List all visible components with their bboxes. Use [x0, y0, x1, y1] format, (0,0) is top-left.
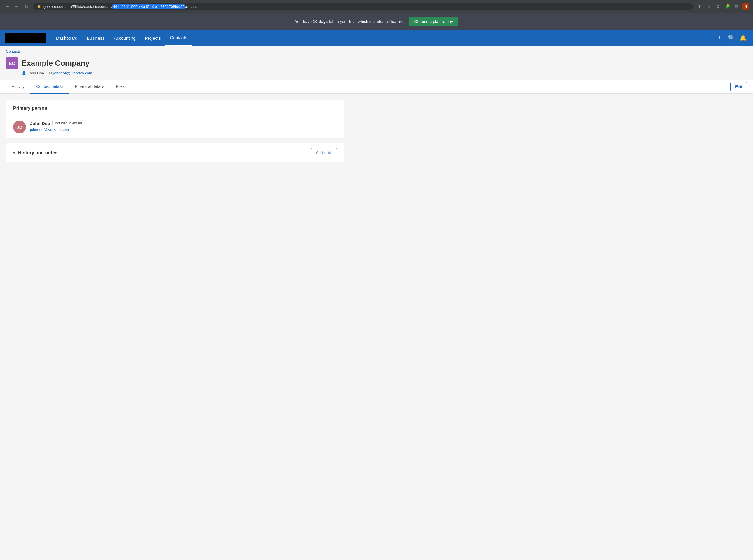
extensions-button[interactable]: 🧩	[723, 2, 731, 11]
primary-person-title: Primary person	[6, 100, 344, 116]
nav-item-contacts[interactable]: Contacts	[165, 31, 192, 45]
search-button[interactable]: 🔍	[726, 33, 737, 43]
share-button[interactable]: ⬆	[695, 2, 704, 11]
url-display: go.xero.com/app/!5lhdx/contacts/contact/…	[43, 4, 689, 9]
contact-person: 👤 John Doe	[22, 71, 44, 75]
url-suffix: /details	[185, 4, 197, 9]
bookmark-button[interactable]: ☆	[705, 2, 713, 11]
contact-header: EC Example Company 👤 John Doe ✉ johndoe@…	[0, 56, 753, 80]
address-bar[interactable]: 🔒 go.xero.com/app/!5lhdx/contacts/contac…	[33, 3, 693, 10]
contact-email-meta: ✉ johndoe@workato.com	[49, 71, 92, 75]
contact-name-row: EC Example Company	[6, 57, 747, 69]
notifications-button[interactable]: 🔔	[738, 33, 748, 43]
reload-button[interactable]: ↻	[22, 2, 30, 11]
edit-button[interactable]: Edit	[730, 82, 747, 92]
content-area: Primary person JD John Doe Included in e…	[0, 94, 350, 173]
breadcrumb-link[interactable]: Contacts	[6, 49, 21, 54]
tab-contact-details[interactable]: Contact details	[30, 80, 69, 94]
top-nav: Dashboard Business Accounting Projects C…	[0, 31, 753, 45]
history-card: ▾ History and notes Add note	[6, 143, 344, 162]
nav-item-projects[interactable]: Projects	[140, 31, 165, 45]
logo	[5, 33, 45, 43]
person-row: JD John Doe Included in emails johndoe@w…	[6, 116, 344, 138]
back-button[interactable]: ←	[3, 2, 12, 11]
trial-banner: You have 10 days left in your trial, whi…	[0, 13, 753, 31]
forward-button[interactable]: →	[13, 2, 21, 11]
contact-person-name: John Doe	[28, 71, 44, 75]
trial-days: 10 days	[313, 19, 328, 24]
browser-nav-buttons: ← → ↻	[3, 2, 30, 11]
email-badge: Included in emails	[52, 121, 84, 126]
nav-item-business[interactable]: Business	[82, 31, 109, 45]
chevron-down-icon: ▾	[13, 151, 15, 155]
settings-button[interactable]: ⚙	[714, 2, 722, 11]
split-button[interactable]: ⧉	[733, 2, 741, 11]
tabs: Activity Contact details Financial detai…	[0, 80, 753, 94]
history-left: ▾ History and notes	[13, 150, 58, 155]
nav-actions: + 🔍 🔔	[714, 33, 748, 43]
url-highlighted: 46145141-500e-4a15-b2e1-2752708fdd52	[113, 4, 185, 9]
person-name-row: John Doe Included in emails	[30, 121, 84, 126]
person-avatar: JD	[13, 121, 26, 134]
nav-item-accounting[interactable]: Accounting	[109, 31, 140, 45]
person-email-link[interactable]: johndoe@workato.com	[30, 127, 69, 132]
browser-chrome: ← → ↻ 🔒 go.xero.com/app/!5lhdx/contacts/…	[0, 0, 753, 13]
tab-financial-details[interactable]: Financial details	[69, 80, 110, 94]
contact-meta: 👤 John Doe ✉ johndoe@workato.com	[22, 71, 747, 75]
history-title: History and notes	[18, 150, 58, 155]
contact-email-link[interactable]: johndoe@workato.com	[54, 71, 92, 75]
add-note-button[interactable]: Add note	[311, 148, 337, 157]
profile-button[interactable]: N	[742, 3, 750, 10]
page-content: Contacts EC Example Company 👤 John Doe ✉…	[0, 45, 753, 173]
contact-avatar: EC	[6, 57, 18, 69]
tab-files[interactable]: Files	[110, 80, 130, 94]
person-email: johndoe@workato.com	[30, 127, 84, 132]
primary-person-card: Primary person JD John Doe Included in e…	[6, 100, 344, 138]
browser-actions: ⬆ ☆ ⚙ 🧩 ⧉ N	[695, 2, 750, 11]
contact-name: Example Company	[22, 59, 89, 68]
url-prefix: go.xero.com/app/!5lhdx/contacts/contact/	[43, 4, 113, 9]
nav-item-dashboard[interactable]: Dashboard	[52, 31, 82, 45]
person-info: John Doe Included in emails johndoe@work…	[30, 121, 84, 132]
lock-icon: 🔒	[37, 4, 41, 8]
trial-message: You have 10 days left in your trial, whi…	[295, 19, 405, 24]
nav-items: Dashboard Business Accounting Projects C…	[52, 31, 714, 45]
email-icon: ✉	[49, 71, 52, 75]
breadcrumb: Contacts	[0, 45, 753, 56]
tab-activity[interactable]: Activity	[6, 80, 30, 94]
add-button[interactable]: +	[714, 33, 725, 43]
person-name: John Doe	[30, 121, 50, 126]
history-header[interactable]: ▾ History and notes Add note	[6, 143, 344, 162]
person-icon: 👤	[22, 71, 26, 75]
choose-plan-button[interactable]: Choose a plan to buy	[409, 17, 458, 26]
